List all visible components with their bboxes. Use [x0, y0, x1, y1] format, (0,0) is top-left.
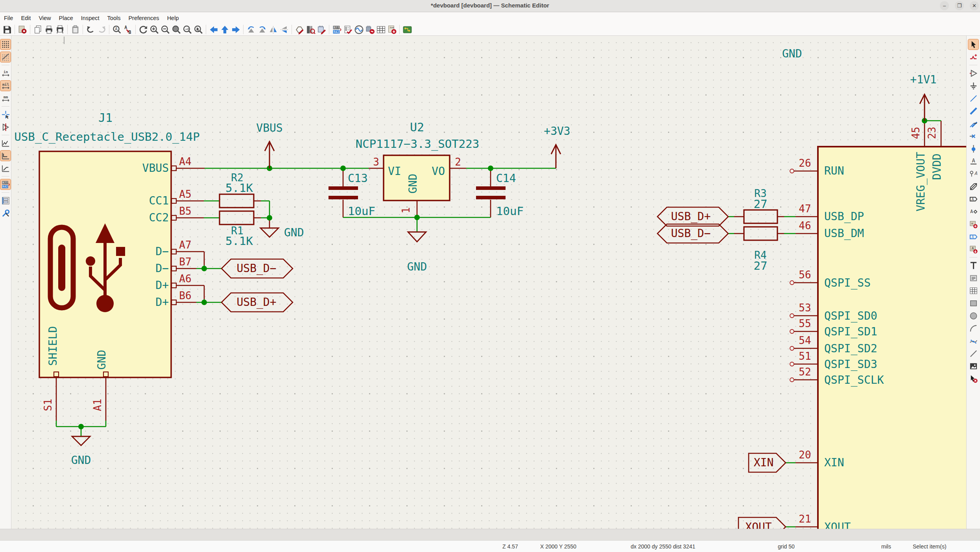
menu-item-inspect[interactable]: Inspect [77, 15, 103, 21]
delete-tool-button[interactable] [968, 374, 978, 384]
symbol-fields-table-button[interactable] [375, 24, 386, 35]
component-j1[interactable]: J1 USB_C_Receptacle_USB2.0_14P VBUS CC1 … [14, 111, 199, 411]
grid-toggle-button[interactable] [0, 39, 11, 50]
simulator-button[interactable] [353, 24, 364, 35]
zoom-fit-button[interactable] [171, 24, 182, 35]
r1-body[interactable] [220, 211, 254, 224]
power-3v3[interactable]: +3V3 [544, 125, 570, 168]
r2-value[interactable]: 5.1K [225, 181, 253, 195]
edit-symbol-button[interactable] [294, 24, 305, 35]
bezier-tool-button[interactable] [968, 336, 978, 346]
component-c14[interactable]: C14 10uF [476, 172, 524, 218]
component-r1[interactable]: R1 5.1K [220, 211, 254, 248]
minimize-button[interactable]: – [940, 1, 949, 10]
units-inches-button[interactable]: in [0, 68, 11, 78]
r3-value[interactable]: 27 [754, 197, 768, 211]
bom-button[interactable]: .bom [386, 24, 397, 35]
add-wire-button[interactable] [968, 93, 978, 103]
j1-value[interactable]: USB_C_Receptacle_USB2.0_14P [14, 130, 199, 144]
highlight-net-button[interactable] [968, 52, 978, 62]
r4-body[interactable] [744, 227, 777, 240]
erc-button[interactable] [342, 24, 353, 35]
mirror-v-button[interactable] [279, 24, 290, 35]
annotate-button[interactable]: R??R42 [331, 24, 342, 35]
j1-reference[interactable]: J1 [98, 111, 113, 125]
r3-body[interactable] [744, 210, 777, 223]
refresh-button[interactable] [138, 24, 149, 35]
rotate-cw-button[interactable] [257, 24, 268, 35]
global-label-button[interactable]: A [968, 194, 978, 204]
select-tool-button[interactable] [968, 39, 978, 50]
power-vbus[interactable]: VBUS [256, 121, 282, 168]
menu-item-file[interactable]: File [0, 15, 17, 21]
title-bar[interactable]: *devboard [devboard] — Schematic Editor … [0, 0, 980, 12]
c14-value[interactable]: 10uF [496, 204, 524, 218]
menu-item-view[interactable]: View [35, 15, 55, 21]
r1-value[interactable]: 5.1K [225, 234, 253, 248]
arc-tool-button[interactable] [968, 323, 978, 333]
find-replace-button[interactable]: AB [122, 24, 133, 35]
zoom-objects-button[interactable] [182, 24, 193, 35]
print-button[interactable] [43, 24, 54, 35]
menu-item-preferences[interactable]: Preferences [124, 15, 163, 21]
line-tool-button[interactable] [968, 348, 978, 359]
assign-footprints-button[interactable] [364, 24, 375, 35]
new-sheet-button[interactable] [32, 24, 43, 35]
units-mm-button[interactable]: mm [0, 93, 11, 103]
table-tool-button[interactable] [968, 285, 978, 296]
u2-value[interactable]: NCP1117−3.3_SOT223 [356, 137, 479, 151]
annotate-auto-button[interactable]: R??R42 [0, 179, 11, 190]
hv-wires-button[interactable] [0, 151, 11, 161]
paste-button[interactable] [70, 24, 81, 35]
image-tool-button[interactable] [968, 361, 978, 371]
undo-button[interactable] [85, 24, 96, 35]
status-units[interactable]: mils [881, 543, 891, 550]
menu-item-tools[interactable]: Tools [103, 15, 125, 21]
power-gnd-r[interactable]: GND [260, 226, 304, 239]
no-connect-button[interactable] [968, 131, 978, 141]
wires-45-button[interactable] [0, 163, 11, 173]
zoom-out-button[interactable] [160, 24, 171, 35]
r4-value[interactable]: 27 [754, 259, 768, 272]
component-r2[interactable]: R2 5.1K [220, 172, 254, 208]
mirror-h-button[interactable] [268, 24, 279, 35]
hierarchy-navigator-button[interactable] [0, 195, 11, 206]
net-class-directive-button[interactable]: A [968, 169, 978, 179]
zoom-selection-button[interactable] [193, 24, 204, 35]
add-sheet-button[interactable] [968, 219, 978, 229]
global-labels[interactable] [221, 207, 786, 529]
add-symbol-button[interactable]: +− [968, 68, 978, 78]
net-label-button[interactable]: A [968, 156, 978, 166]
edit-symbol-fields-button[interactable] [316, 24, 327, 35]
junction-button[interactable] [968, 144, 978, 154]
r2-body[interactable] [220, 194, 254, 208]
wire-to-bus-entry-button[interactable] [968, 118, 978, 129]
symbol-library-browser-button[interactable] [305, 24, 316, 35]
u2-reference[interactable]: U2 [410, 120, 424, 134]
nav-forward-button[interactable] [230, 24, 241, 35]
free-angle-wires-button[interactable] [0, 138, 11, 148]
text-box-button[interactable] [968, 273, 978, 283]
add-power-button[interactable] [968, 81, 978, 91]
grid-overrides-button[interactable] [0, 52, 11, 62]
open-pcb-editor-button[interactable] [402, 24, 413, 35]
units-mils-button[interactable]: mil [0, 81, 11, 91]
power-gnd-j1[interactable]: GND [71, 436, 91, 467]
close-button[interactable]: ✕ [970, 1, 979, 10]
component-mcu[interactable]: RUN USB_DP USB_DM QSPI_SS QSPI_SD0 QSPI_… [799, 127, 966, 529]
find-button[interactable]: A [111, 24, 122, 35]
horizontal-scrollbar[interactable] [0, 529, 980, 541]
zoom-in-button[interactable] [149, 24, 160, 35]
add-bus-button[interactable] [968, 106, 978, 116]
menu-item-edit[interactable]: Edit [17, 15, 35, 21]
c13-value[interactable]: 10uF [348, 204, 375, 218]
c13-reference[interactable]: C13 [348, 172, 368, 185]
power-1v1[interactable]: +1V1 [910, 73, 936, 121]
text-tool-button[interactable] [968, 260, 978, 270]
component-u2[interactable]: U2 NCP1117−3.3_SOT223 VI VO GND 3 2 1 [356, 120, 479, 213]
nav-up-button[interactable] [219, 24, 230, 35]
rectangle-tool-button[interactable] [968, 298, 978, 308]
save-button[interactable] [2, 24, 13, 35]
rotate-ccw-button[interactable] [245, 24, 257, 35]
gnd-top-label[interactable]: GND [782, 47, 802, 60]
